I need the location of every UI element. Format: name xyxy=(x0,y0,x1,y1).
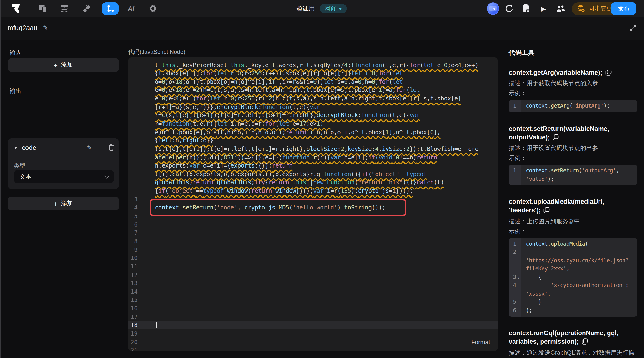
code-line-6: 6 xyxy=(128,220,498,229)
example-code-block: 1context.setReturn('outputArg','value'); xyxy=(509,165,637,185)
copy-icon[interactable] xyxy=(544,207,550,214)
code-line: n.exports;var o=e[i]={exports:{}};return xyxy=(128,161,498,170)
editor-header: 代码(JavaScript Node) xyxy=(128,48,185,56)
environment-switcher: 验证用 网页 xyxy=(296,0,347,17)
platform-pill-label: 网页 xyxy=(324,4,336,12)
platform-pill[interactable]: 网页 xyxy=(320,4,347,13)
api-signature: context.setReturn(variableName, outputVa… xyxy=(509,124,637,142)
line-number: 16 xyxy=(128,304,138,313)
code-line: [r+1]=a}(s,e,r)}},encryptBlock:function(… xyxy=(128,103,498,111)
pages-icon[interactable] xyxy=(37,0,48,17)
code-line-3: 3 xyxy=(128,195,498,204)
code-line: r=function(t,e,r){let i,n=e,o=r;for(let … xyxy=(128,119,498,128)
chevron-down-icon xyxy=(338,7,342,10)
ai-refresh-icon[interactable] xyxy=(504,0,514,17)
app-window: Ai 验证用 网页 |< xyxy=(0,0,644,358)
api-description: 描述：用于设置代码块节点的出参 xyxy=(509,144,637,152)
edit-output-icon[interactable]: ✎ xyxy=(87,144,92,151)
api-signature: context.getArg(variableName); xyxy=(509,68,637,77)
node-title: mfuq2aau xyxy=(8,24,38,31)
code-line: {t.sbox[e]=[];for(let r=0;r<256;r++)t.sb… xyxy=(128,69,498,77)
file-settings-icon[interactable] xyxy=(521,0,532,17)
code-line-18: 18 xyxy=(128,321,498,330)
code-line: t[i].call(o.exports,o,o.exports,r),o.exp… xyxy=(128,170,498,178)
code-line-14: 14 xyxy=(128,288,498,296)
line-number: 8 xyxy=(128,237,138,245)
copy-icon[interactable] xyxy=(582,339,588,345)
output-variable-name: code xyxy=(22,144,36,151)
database-icon[interactable] xyxy=(59,0,70,17)
tool-section-1: context.setReturn(variableName, outputVa… xyxy=(509,124,637,185)
io-sidebar: 输入 + 添加 输出 ▼ code ✎ 类型 文本 xyxy=(1,39,128,358)
line-number xyxy=(128,69,138,77)
code-line: {if("object"==typeof window)return windo… xyxy=(128,187,498,195)
line-number: 11 xyxy=(128,262,138,271)
api-signature: context.uploadMedia(mediaUrl, 'headers')… xyxy=(509,198,637,215)
code-line-7: 7 xyxy=(128,229,498,237)
code-line-11: 11 xyxy=(128,262,498,271)
tool-section-3: context.runGql(operationName, gql, varia… xyxy=(509,329,637,358)
code-line-12: 12 xyxy=(128,271,498,279)
line-number: 5 xyxy=(128,212,138,220)
line-number xyxy=(128,119,138,128)
workflow-tab-active[interactable] xyxy=(102,2,118,15)
fold-chevron-icon[interactable]: ∨ xyxy=(517,275,520,280)
tools-title: 代码工具 xyxy=(509,48,637,57)
code-line-20: 20 xyxy=(128,338,498,346)
line-number xyxy=(128,178,138,187)
line-number: 9 xyxy=(128,245,138,254)
code-line: globalThis)return globalThis;try{return … xyxy=(128,178,498,187)
code-line: (s,t[e],t[e+1]);t[e]=r.left,t[e+1]=r.rig… xyxy=(128,145,498,153)
type-select[interactable]: 文本 xyxy=(14,170,114,183)
code-line-9: 9 xyxy=(128,245,498,254)
publish-button[interactable]: 发布 xyxy=(611,2,636,15)
expand-icon[interactable] xyxy=(630,25,636,31)
line-number: 19 xyxy=(128,330,138,338)
copy-icon[interactable] xyxy=(605,69,611,76)
line-number xyxy=(128,170,138,178)
plus-icon: + xyxy=(54,61,58,69)
code-line-16: 16 xyxy=(128,304,498,313)
example-label: 示例： xyxy=(509,89,637,98)
line-number: 10 xyxy=(128,254,138,262)
tool-section-2: context.uploadMedia(mediaUrl, 'headers')… xyxy=(509,198,637,317)
rewind-badge-icon[interactable]: |< xyxy=(487,2,499,15)
add-output-button[interactable]: + 添加 xyxy=(8,197,119,210)
delete-output-icon[interactable] xyxy=(108,144,114,151)
output-section-label: 输出 xyxy=(10,87,22,95)
ai-icon[interactable]: Ai xyxy=(126,0,136,17)
line-number: 7 xyxy=(128,229,138,237)
line-number xyxy=(128,103,138,111)
code-line-8: 8 xyxy=(128,237,498,245)
example-code-block: 1context.uploadMedia(2 'https://oss.cyzu… xyxy=(509,238,637,317)
code-editor[interactable]: t=this._keyPriorReset=this._key,e=t.word… xyxy=(128,57,498,351)
code-line: t=this._keyPriorReset=this._key,e=t.word… xyxy=(128,61,498,69)
code-line-15: 15 xyxy=(128,296,498,304)
api-description: 描述：上传图片到服务器中 xyxy=(509,217,637,225)
code-line-5: 5 xyxy=(128,212,498,220)
preview-play-icon[interactable]: ▶ xyxy=(538,0,549,17)
line-number xyxy=(128,187,138,195)
zion-logo-icon[interactable] xyxy=(8,0,25,17)
example-label: 示例： xyxy=(509,227,637,235)
collapse-triangle-icon[interactable]: ▼ xyxy=(13,145,18,150)
add-input-button[interactable]: + 添加 xyxy=(8,58,119,72)
line-number: 18 xyxy=(128,321,138,330)
code-line-19: 19 xyxy=(128,330,498,338)
line-number: 15 xyxy=(128,296,138,304)
format-button[interactable]: Format xyxy=(471,339,490,346)
settings-gear-icon[interactable] xyxy=(148,0,158,17)
code-line-4: 4context.setReturn('code', crypto_js.MD5… xyxy=(128,204,498,212)
code-line: r=c(s,t[e],t[e+1]);t[e]=r.left,t[e+1]=r.… xyxy=(128,111,498,119)
connector-icon[interactable] xyxy=(81,0,92,17)
code-line-17: 17 xyxy=(128,313,498,321)
line-number: 6 xyxy=(128,220,138,229)
code-line: e)n^=t.pbox[e],o=a(t,n)^o,i=n,n=o,o=i;re… xyxy=(128,128,498,136)
line-number: 14 xyxy=(128,288,138,296)
code-line: e=0;e<4;e++)for(let r=0;r<256;r+=2)h=c(t… xyxy=(128,94,498,103)
title-bar: mfuq2aau ✎ xyxy=(1,17,644,40)
example-label: 示例： xyxy=(509,154,637,162)
collaborators-icon[interactable] xyxy=(556,0,566,17)
edit-title-icon[interactable]: ✎ xyxy=(43,24,48,31)
copy-icon[interactable] xyxy=(553,134,559,140)
